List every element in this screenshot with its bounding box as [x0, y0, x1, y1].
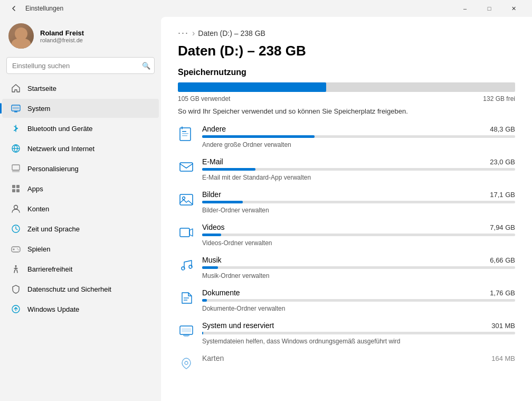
close-button[interactable]: ✕: [501, 0, 526, 17]
sidebar-label-bluetooth: Bluetooth und Geräte: [27, 125, 93, 133]
minimize-button[interactable]: –: [453, 0, 477, 17]
search-input[interactable]: [6, 57, 155, 74]
musik-desc: Musik-Ordner verwalten: [202, 272, 269, 279]
system-size: 301 MB: [491, 322, 515, 330]
musik-content: Musik 6,66 GB Musik-Ordner verwalten: [202, 256, 515, 280]
andere-size: 48,3 GB: [490, 125, 515, 133]
svg-point-11: [14, 206, 18, 209]
svg-point-18: [15, 265, 17, 267]
user-email: roland@freist.de: [40, 37, 84, 43]
storage-bar: [178, 82, 515, 92]
bilder-icon: [178, 191, 195, 208]
karten-header: Karten 164 MB: [202, 354, 515, 362]
karten-size: 164 MB: [491, 355, 515, 362]
storage-item-andere[interactable]: Andere 48,3 GB Andere große Ordner verwa…: [178, 125, 515, 149]
sidebar-item-apps[interactable]: Apps: [2, 179, 159, 198]
storage-item-email[interactable]: E-Mail 23,0 GB E-Mail mit der Standard-A…: [178, 157, 515, 182]
svg-rect-22: [182, 133, 188, 134]
sidebar-item-netzwerk[interactable]: Netzwerk und Internet: [2, 139, 159, 158]
sidebar-item-personalisierung[interactable]: Personalisierung: [2, 159, 159, 178]
privacy-icon: [11, 284, 21, 294]
sidebar-label-system: System: [27, 105, 50, 113]
user-info: Roland Freist roland@freist.de: [40, 29, 84, 43]
videos-size: 7,94 GB: [490, 223, 515, 231]
sidebar-label-datenschutz: Datenschutz und Sicherheit: [27, 285, 111, 293]
email-bar: [202, 168, 515, 171]
storage-bar-fill: [178, 82, 326, 92]
musik-size: 6,66 GB: [490, 256, 515, 264]
sidebar-item-barrierefreiheit[interactable]: Barrierefreiheit: [2, 259, 159, 278]
sidebar-label-spielen: Spielen: [27, 245, 50, 253]
andere-name: Andere: [202, 125, 226, 133]
sidebar-label-windows-update: Windows Update: [27, 305, 79, 313]
storage-item-videos[interactable]: Videos 7,94 GB Videos-Ordner verwalten: [178, 223, 515, 247]
musik-bar: [202, 266, 515, 269]
dokumente-header: Dokumente 1,76 GB: [202, 288, 515, 297]
sidebar-label-konten: Konten: [27, 205, 49, 213]
videos-bar-fill: [202, 234, 221, 236]
breadcrumb-dots[interactable]: ···: [178, 27, 189, 39]
svg-rect-9: [12, 189, 15, 192]
email-header: E-Mail 23,0 GB: [202, 157, 515, 166]
accessibility-icon: [11, 264, 21, 274]
videos-header: Videos 7,94 GB: [202, 223, 515, 231]
videos-name: Videos: [202, 223, 225, 231]
maximize-button[interactable]: □: [477, 0, 501, 17]
system-icon: [11, 103, 21, 114]
breadcrumb-current: Daten (D:) – 238 GB: [198, 29, 265, 38]
storage-item-dokumente[interactable]: Dokumente 1,76 GB Dokumente-Ordner verwa…: [178, 288, 515, 313]
system-content: System und reserviert 301 MB Systemdatei…: [202, 321, 515, 346]
app-body: Roland Freist roland@freist.de 🔍 Startse…: [0, 17, 532, 401]
section-title: Speichernutzung: [178, 68, 515, 77]
system-bar: [202, 332, 515, 334]
sidebar-label-personalisierung: Personalisierung: [27, 165, 79, 173]
andere-icon: [178, 126, 195, 143]
email-bar-fill: [202, 168, 255, 171]
bilder-content: Bilder 17,1 GB Bilder-Ordner verwalten: [202, 190, 515, 215]
dokumente-desc: Dokumente-Ordner verwalten: [202, 305, 285, 312]
free-label: 132 GB frei: [483, 95, 515, 102]
sidebar-item-windows-update[interactable]: Windows Update: [2, 300, 159, 319]
dokumente-bar: [202, 299, 515, 302]
dokumente-bar-fill: [202, 299, 207, 302]
email-size: 23,0 GB: [490, 158, 515, 166]
storage-item-system[interactable]: System und reserviert 301 MB Systemdatei…: [178, 321, 515, 346]
sidebar-item-konten[interactable]: Konten: [2, 199, 159, 218]
storage-bar-track: [178, 82, 515, 92]
videos-desc: Videos-Ordner verwalten: [202, 239, 272, 247]
musik-name: Musik: [202, 256, 222, 264]
storage-item-karten[interactable]: Karten 164 MB: [178, 354, 515, 372]
time-icon: [11, 223, 21, 234]
apps-icon: [11, 183, 21, 194]
dokumente-icon: [178, 290, 195, 306]
system-reserviert-icon: [178, 322, 195, 339]
svg-rect-8: [16, 185, 20, 188]
musik-header: Musik 6,66 GB: [202, 256, 515, 264]
email-name: E-Mail: [202, 157, 223, 166]
system-header: System und reserviert 301 MB: [202, 321, 515, 330]
update-icon: [11, 304, 21, 314]
accounts-icon: [11, 203, 21, 214]
window-title: Einstellungen: [25, 5, 449, 12]
sidebar-label-apps: Apps: [27, 185, 43, 193]
storage-item-bilder[interactable]: Bilder 17,1 GB Bilder-Ordner verwalten: [178, 190, 515, 215]
back-button[interactable]: [6, 1, 21, 16]
sidebar-item-startseite[interactable]: Startseite: [2, 79, 159, 98]
sidebar-item-spielen[interactable]: Spielen: [2, 239, 159, 258]
sidebar: Roland Freist roland@freist.de 🔍 Startse…: [0, 17, 161, 401]
bluetooth-icon: [11, 123, 21, 134]
videos-content: Videos 7,94 GB Videos-Ordner verwalten: [202, 223, 515, 247]
storage-item-musik[interactable]: Musik 6,66 GB Musik-Ordner verwalten: [178, 256, 515, 280]
page-title: Daten (D:) – 238 GB: [178, 43, 515, 59]
sidebar-item-system[interactable]: System: [2, 99, 159, 118]
sidebar-item-datenschutz[interactable]: Datenschutz und Sicherheit: [2, 279, 159, 299]
avatar-image: [8, 23, 34, 49]
system-desc: Systemdateien helfen, dass Windows ordnu…: [202, 338, 401, 345]
sidebar-label-netzwerk: Netzwerk und Internet: [27, 145, 94, 153]
andere-desc: Andere große Ordner verwalten: [202, 141, 291, 148]
andere-bar-fill: [202, 135, 315, 138]
svg-point-26: [183, 197, 185, 200]
sidebar-item-bluetooth[interactable]: Bluetooth und Geräte: [2, 119, 159, 138]
sidebar-item-zeit[interactable]: Zeit und Sprache: [2, 219, 159, 238]
user-name: Roland Freist: [40, 29, 84, 37]
